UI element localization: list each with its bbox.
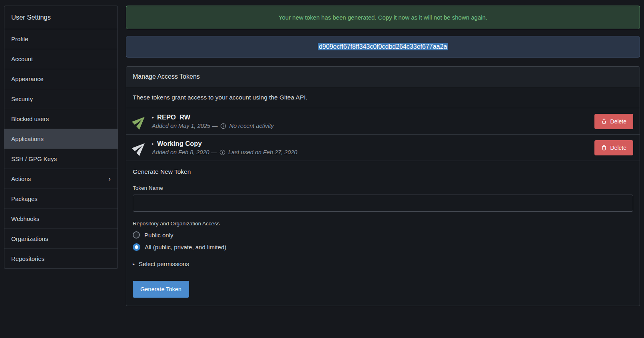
success-banner-message: Your new token has been generated. Copy … <box>279 14 487 21</box>
sidebar-item-label: Appearance <box>11 76 44 82</box>
select-permissions-label: Select permissions <box>139 260 189 267</box>
token-info: ▸ REPO_RW Added on May 1, 2025 — No rece… <box>152 113 594 129</box>
token-meta: Added on Feb 8, 2020 — Last used on Feb … <box>152 149 594 155</box>
token-name: REPO_RW <box>157 113 190 121</box>
trash-icon <box>601 119 607 124</box>
expand-caret-icon: ▸ <box>133 262 135 266</box>
sidebar-item-actions[interactable]: Actions › <box>4 169 118 189</box>
sidebar-item-applications[interactable]: Applications <box>4 129 118 149</box>
token-row: ▸ REPO_RW Added on May 1, 2025 — No rece… <box>126 108 640 135</box>
token-name: Working Copy <box>157 140 202 147</box>
chevron-right-icon: › <box>108 175 111 182</box>
expand-caret-icon: ▸ <box>152 115 154 119</box>
sidebar-item-label: Profile <box>11 36 28 42</box>
radio-public-only[interactable]: Public only <box>133 231 633 239</box>
sidebar-item-repositories[interactable]: Repositories <box>4 249 118 268</box>
sidebar-item-label: SSH / GPG Keys <box>11 155 57 162</box>
token-name-label: Token Name <box>133 185 633 191</box>
radio-label: All (public, private, and limited) <box>145 244 226 251</box>
token-name-row[interactable]: ▸ REPO_RW <box>152 113 594 121</box>
panel-title: Manage Access Tokens <box>126 67 640 87</box>
sidebar-title: User Settings <box>4 6 118 29</box>
success-banner: Your new token has been generated. Copy … <box>126 6 640 29</box>
sidebar-item-label: Actions <box>11 175 31 182</box>
info-icon <box>220 123 226 129</box>
sidebar-item-label: Security <box>11 95 33 102</box>
new-token-display: d909ecff67f8ff343c0f0cdbd264c33ef677aa2a <box>126 36 640 58</box>
sidebar-item-label: Repositories <box>11 255 44 262</box>
token-activity: Last used on Feb 27, 2020 <box>228 149 297 155</box>
sidebar-item-label: Packages <box>11 195 38 202</box>
sidebar-item-account[interactable]: Account <box>4 49 118 69</box>
token-meta: Added on May 1, 2025 — No recent activit… <box>152 123 594 129</box>
page-layout: User Settings Profile Account Appearance… <box>0 0 644 312</box>
sidebar-item-label: Applications <box>11 135 44 142</box>
delete-token-button[interactable]: Delete <box>594 140 633 155</box>
radio-unchecked-icon <box>133 231 140 239</box>
token-row: ▸ Working Copy Added on Feb 8, 2020 — La… <box>126 135 640 161</box>
sidebar-item-label: Webhooks <box>11 215 40 222</box>
new-token-value[interactable]: d909ecff67f8ff343c0f0cdbd264c33ef677aa2a <box>318 43 449 50</box>
sidebar-item-security[interactable]: Security <box>4 89 118 109</box>
generate-token-section: Generate New Token Token Name Repository… <box>126 161 640 306</box>
panel-description: These tokens grant access to your accoun… <box>126 87 640 108</box>
paper-plane-icon <box>130 137 150 158</box>
sidebar-item-organizations[interactable]: Organizations <box>4 229 118 249</box>
sidebar-item-packages[interactable]: Packages <box>4 189 118 209</box>
sidebar-item-appearance[interactable]: Appearance <box>4 69 118 89</box>
select-permissions-toggle[interactable]: ▸ Select permissions <box>133 260 633 267</box>
delete-button-label: Delete <box>610 118 626 125</box>
radio-checked-icon <box>133 243 140 251</box>
access-tokens-panel: Manage Access Tokens These tokens grant … <box>126 66 640 306</box>
settings-sidebar: User Settings Profile Account Appearance… <box>4 6 118 269</box>
radio-all-access[interactable]: All (public, private, and limited) <box>133 243 633 251</box>
access-scope-label: Repository and Organization Access <box>133 221 633 227</box>
sidebar-item-label: Organizations <box>11 235 48 242</box>
expand-caret-icon: ▸ <box>152 141 154 146</box>
token-name-row[interactable]: ▸ Working Copy <box>152 140 594 147</box>
sidebar-item-profile[interactable]: Profile <box>4 29 118 49</box>
generate-token-button[interactable]: Generate Token <box>133 281 189 298</box>
delete-button-label: Delete <box>610 145 626 151</box>
info-icon <box>219 149 225 155</box>
sidebar-item-ssh-gpg-keys[interactable]: SSH / GPG Keys <box>4 149 118 169</box>
radio-label: Public only <box>144 232 173 239</box>
sidebar-item-blocked-users[interactable]: Blocked users <box>4 109 118 129</box>
delete-token-button[interactable]: Delete <box>594 114 633 129</box>
token-info: ▸ Working Copy Added on Feb 8, 2020 — La… <box>152 140 594 155</box>
sidebar-item-label: Account <box>11 56 33 62</box>
sidebar-item-webhooks[interactable]: Webhooks <box>4 209 118 229</box>
token-added-date: Added on Feb 8, 2020 — <box>152 149 217 155</box>
trash-icon <box>601 145 607 151</box>
sidebar-item-label: Blocked users <box>11 115 49 122</box>
main-content: Your new token has been generated. Copy … <box>126 6 640 306</box>
paper-plane-icon <box>130 111 150 131</box>
token-activity: No recent activity <box>229 123 273 129</box>
generate-section-title: Generate New Token <box>133 168 633 175</box>
token-added-date: Added on May 1, 2025 — <box>152 123 217 129</box>
token-name-input[interactable] <box>133 195 633 212</box>
